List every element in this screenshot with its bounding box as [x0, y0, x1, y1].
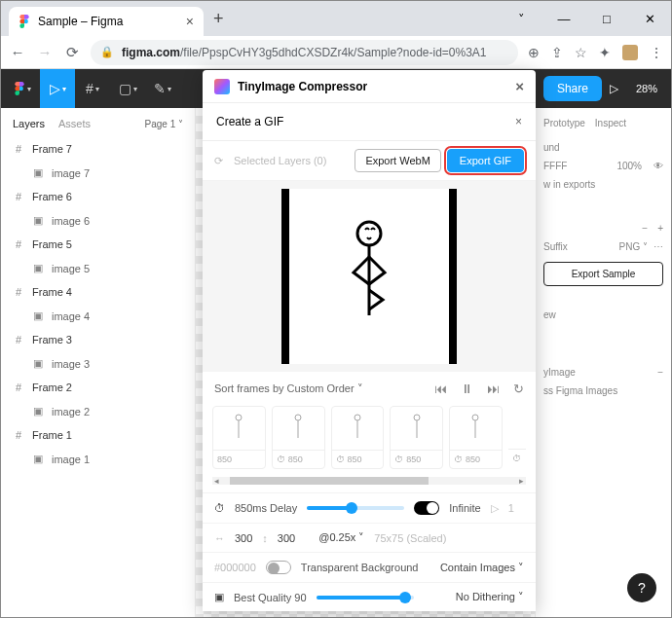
page-selector[interactable]: Page 1 ˅	[145, 119, 183, 129]
plugin-title: TinyImage Compressor	[238, 80, 367, 93]
layer-frame[interactable]: #Frame 6	[1, 185, 195, 208]
contain-select[interactable]: Contain Images ˅	[440, 562, 524, 574]
menu-icon[interactable]: ⋮	[650, 45, 663, 60]
svg-point-12	[472, 415, 478, 420]
layer-image[interactable]: ▣image 4	[1, 304, 195, 328]
height-input[interactable]: 300	[278, 532, 295, 544]
close-plugin-icon[interactable]: ×	[515, 78, 524, 94]
close-panel-icon[interactable]: ×	[515, 115, 522, 128]
share-button[interactable]: Share	[543, 76, 602, 101]
forward-button: →	[36, 44, 54, 60]
thumb-scrollbar[interactable]: ◂▸	[212, 477, 526, 485]
preview-area	[203, 181, 536, 372]
reload-button[interactable]: ⟳	[63, 44, 81, 61]
background-opacity[interactable]: 100%	[616, 161, 642, 171]
frame-thumb[interactable]: 850	[212, 406, 266, 469]
scaled-label: 75x75 (Scaled)	[374, 532, 446, 544]
visibility-icon[interactable]: 👁	[653, 161, 663, 171]
export-webm-button[interactable]: Export WebM	[355, 149, 440, 172]
chevron-down-icon[interactable]: ˅	[500, 1, 542, 36]
layer-image[interactable]: ▣image 3	[1, 351, 195, 376]
address-bar: ← → ⟳ 🔒 figma.com/file/PpspCvHY3g5dhdCXS…	[1, 36, 671, 69]
profile-avatar[interactable]	[622, 45, 638, 60]
background-color[interactable]: FFFF	[543, 161, 567, 171]
layers-tab[interactable]: Layers	[13, 118, 45, 129]
export-gif-button[interactable]: Export GIF	[447, 149, 524, 172]
assets-tab[interactable]: Assets	[58, 118, 91, 129]
move-tool[interactable]: ▷▾	[40, 69, 75, 108]
url-host: figma.com	[122, 46, 180, 59]
layer-image[interactable]: ▣image 1	[1, 447, 195, 471]
layer-frame[interactable]: #Frame 4	[1, 280, 195, 304]
minus-icon[interactable]: −	[642, 223, 648, 234]
layer-image[interactable]: ▣image 6	[1, 208, 195, 233]
delay-slider[interactable]	[307, 506, 404, 510]
frame-thumb[interactable]: ⏱ 850	[390, 406, 443, 469]
prev-frame-icon[interactable]: ⏮	[434, 382, 447, 396]
quality-icon: ▣	[214, 591, 224, 603]
layer-image[interactable]: ▣image 7	[1, 161, 195, 185]
refresh-icon[interactable]: ⟳	[214, 155, 228, 167]
layer-frame[interactable]: #Frame 3	[1, 328, 195, 351]
inspect-tab[interactable]: Inspect	[595, 118, 626, 128]
infinite-label: Infinite	[449, 502, 480, 514]
shape-tool[interactable]: ▢▾	[110, 69, 145, 108]
minus-icon[interactable]: −	[657, 367, 663, 378]
extensions-icon[interactable]: ✦	[599, 45, 611, 60]
zoom-level[interactable]: 28%	[636, 83, 657, 94]
plugin-logo-icon	[214, 79, 230, 94]
frame-thumb[interactable]: ⏱ 850	[449, 406, 503, 469]
back-button[interactable]: ←	[9, 44, 26, 60]
frame-thumb[interactable]: ⏱ 850	[331, 406, 385, 469]
layer-frame[interactable]: #Frame 1	[1, 423, 195, 447]
minimize-button[interactable]: —	[542, 1, 585, 36]
design-panel: Prototype Inspect und FFFF100%👁 w in exp…	[535, 108, 671, 617]
frame-thumb[interactable]: ⏱	[508, 406, 526, 469]
prototype-tab[interactable]: Prototype	[543, 118, 585, 128]
new-tab-button[interactable]: +	[204, 1, 234, 36]
sort-select[interactable]: Sort frames by Custom Order ˅	[214, 382, 363, 395]
format-select[interactable]: PNG ˅	[619, 241, 648, 252]
tint-input[interactable]: #000000	[214, 562, 256, 573]
url-path: /file/PpspCvHY3g5dhdCXSDZr4k/Sample?node…	[180, 46, 487, 59]
present-button[interactable]: ▷	[610, 82, 618, 95]
next-frame-icon[interactable]: ⏭	[487, 382, 500, 396]
lock-icon: 🔒	[100, 46, 114, 58]
show-in-exports[interactable]: w in exports	[543, 175, 663, 194]
frame-thumb[interactable]: ⏱ 850	[272, 406, 325, 469]
width-input[interactable]: 300	[235, 532, 252, 544]
compress-label[interactable]: ss Figma Images	[543, 382, 663, 400]
layer-image[interactable]: ▣image 2	[1, 399, 195, 423]
url-field[interactable]: 🔒 figma.com/file/PpspCvHY3g5dhdCXSDZr4k/…	[91, 40, 518, 65]
dithering-select[interactable]: No Dithering ˅	[456, 591, 524, 603]
layer-frame[interactable]: #Frame 2	[1, 376, 195, 399]
layer-frame[interactable]: #Frame 7	[1, 137, 195, 161]
more-icon[interactable]: ⋯	[653, 241, 663, 252]
close-window-button[interactable]: ✕	[628, 1, 671, 36]
maximize-button[interactable]: □	[585, 1, 628, 36]
pause-icon[interactable]: ⏸	[461, 382, 473, 396]
main-menu-button[interactable]: ▾	[5, 69, 40, 108]
transparent-toggle[interactable]	[266, 561, 291, 574]
frame-tool[interactable]: #▾	[75, 69, 110, 108]
transparent-label: Transparent Background	[301, 562, 419, 573]
loop-icon[interactable]: ↻	[513, 382, 524, 396]
play-once-icon[interactable]: ▷	[491, 502, 499, 515]
svg-point-10	[414, 415, 420, 420]
quality-slider[interactable]	[317, 596, 414, 600]
layer-image[interactable]: ▣image 5	[1, 256, 195, 280]
help-button[interactable]: ?	[627, 573, 656, 602]
browser-tab[interactable]: Sample – Figma ×	[9, 7, 204, 36]
plus-icon[interactable]: +	[657, 223, 663, 234]
layer-frame[interactable]: #Frame 5	[1, 233, 195, 256]
search-icon[interactable]: ⊕	[528, 45, 540, 60]
export-button[interactable]: Export Sample	[543, 262, 663, 286]
close-tab-icon[interactable]: ×	[186, 14, 194, 29]
stick-figure-icon	[340, 218, 398, 335]
star-icon[interactable]: ☆	[575, 45, 587, 60]
pen-tool[interactable]: ✎▾	[145, 69, 180, 108]
infinite-toggle[interactable]	[414, 501, 439, 515]
scale-select[interactable]: @0.25x ˅	[318, 531, 364, 544]
quality-label: Best Quality 90	[234, 592, 307, 603]
share-icon[interactable]: ⇪	[551, 45, 563, 60]
